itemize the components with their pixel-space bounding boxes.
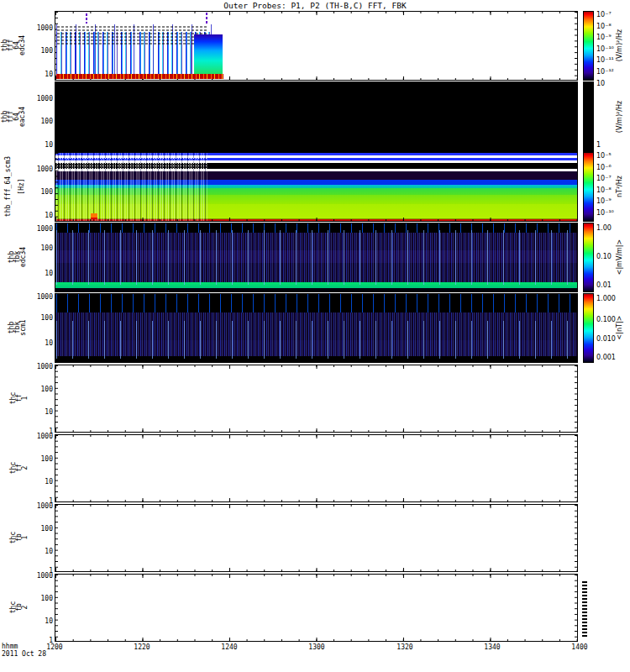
x-tick-label: 1320: [391, 643, 419, 651]
cbar-tick: 10⁻⁵: [596, 152, 612, 160]
y-minor-ticks-right: [575, 12, 577, 80]
y-minor-ticks-right: [575, 505, 577, 571]
x-ticks-bottom: [55, 568, 577, 571]
y-tick-label: 10: [31, 142, 53, 149]
spectrogram-purple-dash: [86, 13, 87, 24]
ylabel-p2: thb fff 64 eac34: [2, 107, 25, 127]
x-tick-label: 1220: [128, 643, 156, 651]
y-tick-label: 100: [31, 118, 53, 125]
plot-title: Outer Probes: P1, P2 (TH-B,C) FFT, FBK: [0, 1, 630, 10]
spectrogram-orange-spot: [91, 213, 97, 220]
cbar-tick: 10⁻⁸: [596, 186, 612, 194]
cbar-tick: 1.000: [596, 295, 616, 302]
ylabel-p6: thc ff 1: [10, 392, 28, 404]
y-tick-label: 1000: [31, 166, 53, 173]
y-tick-label: 100: [31, 596, 53, 602]
cbar-unit-p5: <|nT|>: [616, 316, 623, 340]
panel-thc-fb-1: 1000 100 10 1: [55, 504, 578, 572]
panel-thb-fff-64-scm3: 1000 100 10: [55, 152, 578, 222]
x-tick-label: 1300: [302, 643, 331, 651]
x-ticks-top: [55, 505, 577, 508]
y-tick-label: 1000: [31, 96, 53, 102]
y-tick-label: 10: [31, 479, 53, 486]
colorbar-p3: [583, 152, 594, 222]
x-ticks-top: [55, 575, 577, 578]
cbar-tick: 10⁻⁹: [596, 34, 612, 41]
panel-thc-ff-2: 1000 100 10 1: [55, 434, 578, 502]
cbar-unit-p3: nT²/Hz: [616, 176, 623, 197]
y-tick-label: 100: [31, 386, 53, 393]
y-tick-label: 100: [31, 315, 53, 322]
ylabel-p4: thb fbk edc34: [8, 247, 26, 267]
cbar-unit-p2: (V/m)²/Hz: [616, 101, 623, 133]
y-minor-ticks-left: [55, 575, 58, 641]
y-minor-ticks-right: [575, 575, 577, 641]
ylabel-p5: thb fbk scm1: [8, 319, 26, 335]
vertical-fine-print: [582, 581, 587, 637]
cbar-tick: 0.100: [596, 316, 616, 323]
cbar-tick: 10⁻¹²: [596, 68, 614, 76]
x-ticks-top: [55, 435, 577, 438]
y-tick-label: 10: [31, 409, 53, 416]
x-ticks-top: [55, 12, 577, 15]
y-minor-ticks-right: [575, 365, 577, 432]
cbar-tick: 10⁻¹⁰: [596, 45, 614, 53]
x-ticks-top: [55, 365, 577, 369]
panel-thb-fbk-edc34: 1000 100 10: [55, 223, 578, 292]
spectrogram-white-speckle-band: [56, 157, 207, 171]
cbar-tick: 10⁻¹⁰: [596, 209, 614, 217]
ylabel-p1: thb fff 64 edc34: [2, 35, 25, 55]
spectrogram-purple-dash: [206, 13, 207, 25]
y-tick-label: 1000: [31, 573, 53, 580]
y-tick-label: 100: [31, 189, 53, 196]
colorbar-p2: [583, 81, 594, 152]
colorbar-p5: [583, 293, 594, 363]
ylabel-p8: thc fb 1: [10, 532, 28, 543]
cbar-tick: 10⁻⁶: [596, 164, 612, 171]
cbar-tick: 0.001: [596, 354, 616, 361]
panel-thb-fbk-scm1: 1000 100 10: [55, 293, 578, 363]
y-tick-label: 1000: [31, 294, 53, 301]
x-ticks-bottom: [55, 428, 577, 432]
spectrogram-red-band: [56, 74, 223, 79]
cbar-tick: 10: [596, 80, 605, 87]
x-tick-label: 1240: [215, 643, 244, 651]
y-tick-label: 100: [31, 245, 53, 252]
ylabel-p7: thc ff 2: [10, 462, 28, 474]
y-tick-label: 100: [31, 526, 53, 533]
y-tick-label: 1000: [31, 433, 53, 440]
cbar-tick: 10⁻⁹: [596, 197, 612, 205]
y-minor-ticks-left: [55, 435, 58, 501]
cbar-tick: 0.10: [596, 253, 612, 260]
cbar-tick: 10⁻⁷: [596, 11, 612, 18]
spectrogram-speckle-dots: [56, 25, 207, 45]
x-tick-label: 1400: [565, 643, 594, 651]
panel-thb-fff-64-eac34: 1000 100 10: [55, 81, 578, 152]
x-tick-label: 1340: [478, 643, 507, 651]
cbar-unit-p4: <|mV/m|>: [616, 239, 623, 276]
cbar-tick: 1: [596, 141, 601, 149]
y-tick-label: 10: [31, 270, 53, 277]
panel-thc-ff-1: 1000 100 10 1: [55, 365, 578, 433]
y-tick-label: 100: [31, 456, 53, 463]
y-tick-label: 1000: [31, 25, 53, 32]
x-ticks-bottom: [55, 498, 577, 501]
colorbar-p4: [583, 223, 594, 292]
spectrogram-blue-streaks-tall: [56, 321, 576, 359]
cbar-unit-p1: (V/m)²/Hz: [616, 29, 623, 61]
y-minor-ticks-right: [575, 435, 577, 501]
y-minor-ticks-left: [55, 365, 58, 432]
spectrogram-smooth-block: [194, 34, 223, 76]
panel-thb-fff-64-edc34: 1000 100 10: [55, 11, 578, 81]
cbar-tick: 10⁻¹¹: [596, 56, 614, 64]
cbar-tick: 0.01: [596, 281, 612, 289]
y-tick-label: 1000: [31, 364, 53, 370]
y-tick-label: 10: [31, 618, 53, 625]
x-axis-format-label: hhmm: [2, 643, 18, 650]
cbar-tick: 10⁻⁷: [596, 175, 612, 182]
y-minor-ticks-left: [55, 505, 58, 571]
colorbar-p1: [583, 11, 594, 81]
y-tick-label: 1000: [31, 503, 53, 510]
plot-date: 2011 Oct 28: [2, 651, 46, 658]
y-tick-label: 10: [31, 213, 53, 219]
